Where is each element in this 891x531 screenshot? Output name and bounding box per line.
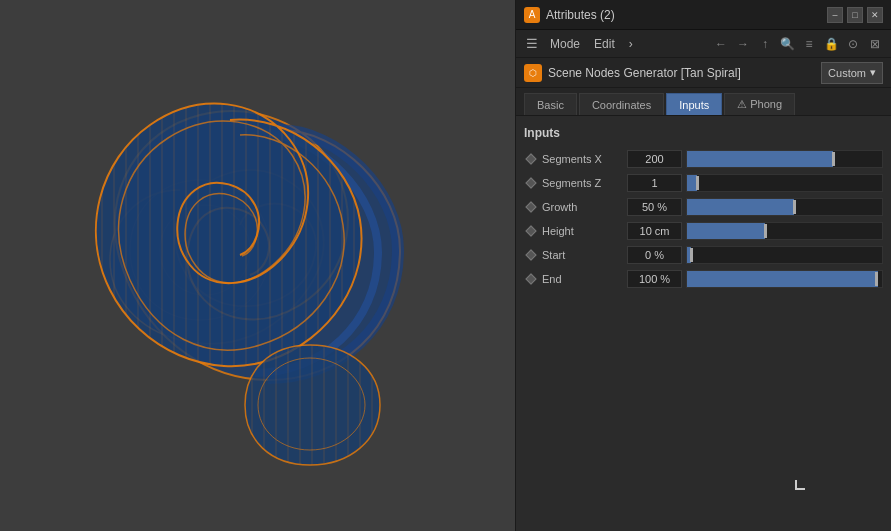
tab-inputs[interactable]: Inputs: [666, 93, 722, 115]
param-diamond-icon[interactable]: [524, 272, 538, 286]
settings-icon[interactable]: ⊙: [843, 34, 863, 54]
3d-viewport[interactable]: [0, 0, 515, 531]
param-value-input[interactable]: [627, 222, 682, 240]
param-diamond-icon[interactable]: [524, 176, 538, 190]
attributes-panel: A Attributes (2) – □ ✕ ☰ Mode Edit › ← →…: [515, 0, 891, 531]
title-icon: A: [524, 7, 540, 23]
object-bar: ⬡ Scene Nodes Generator [Tan Spiral] Cus…: [516, 58, 891, 88]
menu-more[interactable]: ›: [623, 35, 639, 53]
search-icon[interactable]: 🔍: [777, 34, 797, 54]
object-name: Scene Nodes Generator [Tan Spiral]: [548, 66, 815, 80]
preset-dropdown[interactable]: Custom ▾: [821, 62, 883, 84]
minimize-button[interactable]: –: [827, 7, 843, 23]
menu-mode[interactable]: Mode: [544, 35, 586, 53]
param-row: Start: [524, 244, 883, 266]
param-value-input[interactable]: [627, 198, 682, 216]
param-diamond-icon[interactable]: [524, 152, 538, 166]
tab-phong[interactable]: ⚠ Phong: [724, 93, 795, 115]
param-row: Height: [524, 220, 883, 242]
param-slider[interactable]: [686, 150, 883, 168]
param-row: Growth: [524, 196, 883, 218]
tab-bar: Basic Coordinates Inputs ⚠ Phong: [516, 88, 891, 116]
param-slider[interactable]: [686, 246, 883, 264]
title-text: Attributes (2): [546, 8, 827, 22]
title-bar: A Attributes (2) – □ ✕: [516, 0, 891, 30]
maximize-button[interactable]: □: [847, 7, 863, 23]
param-name: Start: [542, 249, 627, 261]
param-name: Segments X: [542, 153, 627, 165]
nav-forward-button[interactable]: →: [733, 34, 753, 54]
filter-icon[interactable]: ≡: [799, 34, 819, 54]
nav-back-button[interactable]: ←: [711, 34, 731, 54]
tab-coordinates[interactable]: Coordinates: [579, 93, 664, 115]
param-slider[interactable]: [686, 198, 883, 216]
param-row: Segments Z: [524, 172, 883, 194]
param-name: Height: [542, 225, 627, 237]
object-icon: ⬡: [524, 64, 542, 82]
lock-icon[interactable]: 🔒: [821, 34, 841, 54]
param-value-input[interactable]: [627, 270, 682, 288]
menu-edit[interactable]: Edit: [588, 35, 621, 53]
close-button[interactable]: ✕: [867, 7, 883, 23]
expand-icon[interactable]: ⊠: [865, 34, 885, 54]
preset-label: Custom: [828, 67, 866, 79]
param-row: Segments X: [524, 148, 883, 170]
param-name: End: [542, 273, 627, 285]
param-slider[interactable]: [686, 222, 883, 240]
param-diamond-icon[interactable]: [524, 248, 538, 262]
param-name: Segments Z: [542, 177, 627, 189]
param-value-input[interactable]: [627, 174, 682, 192]
menu-bar: ☰ Mode Edit › ← → ↑ 🔍 ≡ 🔒 ⊙ ⊠: [516, 30, 891, 58]
hamburger-icon[interactable]: ☰: [522, 34, 542, 54]
section-title: Inputs: [524, 126, 883, 140]
param-value-input[interactable]: [627, 150, 682, 168]
params-list: Segments X Segments Z Growth Height: [524, 148, 883, 290]
dropdown-arrow-icon: ▾: [870, 66, 876, 79]
title-controls: – □ ✕: [827, 7, 883, 23]
param-slider[interactable]: [686, 270, 883, 288]
param-row: End: [524, 268, 883, 290]
param-slider[interactable]: [686, 174, 883, 192]
param-value-input[interactable]: [627, 246, 682, 264]
param-diamond-icon[interactable]: [524, 224, 538, 238]
param-name: Growth: [542, 201, 627, 213]
param-diamond-icon[interactable]: [524, 200, 538, 214]
inputs-content: Inputs Segments X Segments Z Growth: [516, 116, 891, 531]
tab-basic[interactable]: Basic: [524, 93, 577, 115]
nav-up-button[interactable]: ↑: [755, 34, 775, 54]
